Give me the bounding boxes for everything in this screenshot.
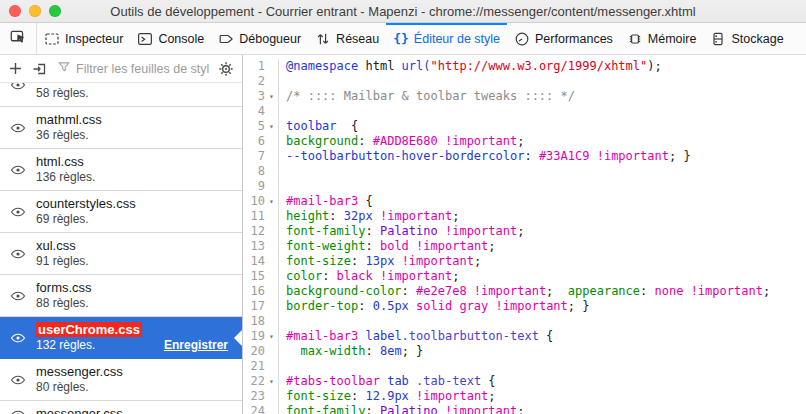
debugger-icon [218,31,234,47]
line-number: 15 [243,269,265,284]
stylesheet-item[interactable]: xul.css91 règles. [0,233,242,275]
stylesheet-item[interactable]: forms.css88 règles. [0,275,242,317]
code-text: #mail-bar3 label.toolbarbutton-text { [279,329,553,344]
code-token: ; [546,284,568,298]
eye-visibility-icon[interactable] [0,407,36,414]
import-stylesheet-button[interactable] [32,61,48,77]
code-line[interactable]: 24font-family: Palatino !important; [243,404,806,414]
code-line[interactable]: 6background: #ADD8E680 !important; [243,134,806,149]
tab-inspecteur[interactable]: Inspecteur [37,23,130,54]
pick-element-button[interactable] [0,23,37,54]
tab-label: Réseau [336,32,379,46]
code-line[interactable]: 4 [243,104,806,119]
gutter: 11 [243,209,279,224]
code-token: : [365,239,379,253]
code-line[interactable]: 3▾/* :::: Mailbar & toolbar tweaks :::: … [243,89,806,104]
code-token: ); [647,59,661,73]
stylesheet-item[interactable]: 58 règles. [0,83,242,107]
fold-arrow-icon[interactable]: ▾ [265,329,278,344]
code-line[interactable]: 5▾toolbar { [243,119,806,134]
stylesheet-item[interactable]: messenger.css80 règles. [0,359,242,401]
stylesheet-name: messenger.css [36,364,242,379]
code-token [409,374,416,388]
code-line[interactable]: 11height: 32px !important; [243,209,806,224]
eye-visibility-icon[interactable] [0,288,36,304]
code-token: !important [416,239,488,253]
stylesheet-item[interactable]: html.css136 règles. [0,149,242,191]
gutter: 16 [243,284,279,299]
close-button[interactable] [9,5,21,17]
code-line[interactable]: 16background-color: #e2e7e8 !important; … [243,284,806,299]
code-line[interactable]: 20 max-width: 8em; } [243,344,806,359]
eye-visibility-icon[interactable] [0,162,36,178]
tab-label: Éditeur de style [414,32,500,46]
save-button[interactable]: Enregistrer [164,338,228,352]
stylesheet-rules-row: 58 règles. [36,86,242,100]
eye-visibility-icon[interactable] [0,204,36,220]
stylesheet-item[interactable]: mathml.css36 règles. [0,107,242,149]
code-line[interactable]: 10▾#mail-bar3 { [243,194,806,209]
new-stylesheet-button[interactable] [8,61,23,76]
code-token: font-family [286,404,365,414]
filter-stylesheets-input[interactable]: Filtrer les feuilles de styl [57,60,209,77]
code-token: : [322,269,336,283]
code-line[interactable]: 14font-size: 13px !important; [243,254,806,269]
code-line[interactable]: 12font-family: Palatino !important; [243,224,806,239]
eye-visibility-icon[interactable] [0,372,36,388]
tab-performances[interactable]: Performances [507,23,620,54]
code-line[interactable]: 23font-size: 12.9px !important; [243,389,806,404]
eye-visibility-icon[interactable] [0,83,36,93]
fold-arrow-icon[interactable]: ▾ [265,89,278,104]
stylesheet-item[interactable]: messenger.css [0,401,242,414]
devtools-window: Outils de développement - Courrier entra… [0,0,806,414]
tab-label: Performances [535,32,613,46]
style-editor-pane[interactable]: 1@namespace html url("http://www.w3.org/… [243,55,806,414]
tab-debogueur[interactable]: Débogueur [211,23,308,54]
stylesheet-item[interactable]: counterstyles.css69 règles. [0,191,242,233]
eye-visibility-icon[interactable] [0,120,36,136]
tab-editeur-de-style[interactable]: {} Éditeur de style [386,23,507,54]
code-token: #mail-bar3 [286,329,358,343]
minimize-button[interactable] [29,5,41,17]
stylesheet-name: mathml.css [36,112,242,127]
code-line[interactable]: 9 [243,179,806,194]
line-number: 21 [243,359,265,374]
title-bar: Outils de développement - Courrier entra… [0,0,806,23]
tab-memoire[interactable]: Mémoire [620,23,704,54]
code-line[interactable]: 19▾#mail-bar3 label.toolbarbutton-text { [243,329,806,344]
code-token: : [358,299,372,313]
code-token: !important [380,209,452,223]
code-line[interactable]: 22▾#tabs-toolbar tab .tab-text { [243,374,806,389]
stylesheet-sidebar: Filtrer les feuilles de styl 58 règles.m… [0,55,243,414]
eye-visibility-icon[interactable] [0,246,36,262]
stylesheet-item[interactable]: userChrome.css132 règles.Enregistrer [0,317,242,359]
stylesheet-info: userChrome.css132 règles.Enregistrer [36,317,242,358]
code-line[interactable]: 7--toolbarbutton-hover-bordercolor: #33A… [243,149,806,164]
rule-count: 36 règles. [36,128,89,142]
zoom-button[interactable] [49,5,61,17]
code-line[interactable]: 1@namespace html url("http://www.w3.org/… [243,59,806,74]
tab-stockage[interactable]: Stockage [703,23,790,54]
code-line[interactable]: 17border-top: 0.5px solid gray !importan… [243,299,806,314]
options-gear-icon[interactable] [218,61,234,77]
tab-console[interactable]: Console [130,23,211,54]
code-token: font-size [286,389,351,403]
fold-arrow-icon[interactable]: ▾ [265,194,278,209]
code-line[interactable]: 2 [243,74,806,89]
code-line[interactable]: 8 [243,164,806,179]
code-line[interactable]: 21 [243,359,806,374]
tab-reseau[interactable]: Réseau [308,23,386,54]
code-token: #tabs-toolbar [286,374,380,388]
code-line[interactable]: 18 [243,314,806,329]
gutter: 2 [243,74,279,89]
code-line[interactable]: 13font-weight: bold !important; [243,239,806,254]
line-number: 9 [243,179,265,194]
fold-arrow-icon[interactable]: ▾ [265,374,278,389]
fold-arrow-icon[interactable]: ▾ [265,119,278,134]
eye-visibility-icon[interactable] [0,330,36,346]
code-token: toolbar [286,119,337,133]
code-token: !important [402,254,474,268]
code-token: #33A1C9 [539,149,590,163]
code-token: .tab-text [416,374,481,388]
code-line[interactable]: 15color: black !important; [243,269,806,284]
